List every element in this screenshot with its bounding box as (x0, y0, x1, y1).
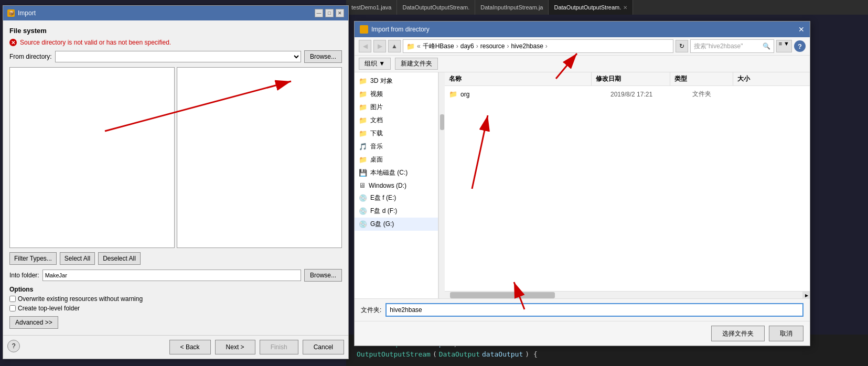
browse-button-2[interactable]: Browse... (304, 269, 342, 282)
drive-icon: 💿 (359, 207, 367, 215)
nav-item-label: G盘 (G:) (370, 220, 394, 229)
col-modified: 修改日期 (592, 72, 670, 85)
view-mode-button[interactable]: ≡ ▼ (776, 40, 792, 52)
nav-back-button[interactable]: ◀ (359, 40, 371, 52)
overwrite-checkbox-row[interactable]: Overwrite existing resources without war… (9, 295, 342, 303)
nav-item-e[interactable]: 💿 E盘 f (E:) (355, 191, 438, 204)
code-punc-3: ) { (525, 349, 537, 360)
left-nav: 📁 3D 对象 📁 视频 📁 图片 📁 文档 📁 下载 🎵 音乐 (355, 72, 438, 298)
nav-item-f[interactable]: 💿 F盘 d (F:) (355, 204, 438, 218)
nav-item-docs[interactable]: 📁 文档 (355, 114, 438, 127)
maximize-button[interactable]: □ (325, 9, 334, 17)
minimize-button[interactable]: — (315, 9, 323, 17)
from-dir-row: From directory: Browse... (9, 50, 342, 63)
tab-label: DataOutputOutputStream. (402, 4, 469, 10)
file-row-org[interactable]: 📁 org 2019/8/2 17:21 文件夹 (445, 88, 810, 100)
cancel-button[interactable]: Cancel (303, 340, 344, 354)
advanced-button[interactable]: Advanced >> (9, 316, 58, 329)
breadcrumb-part-0[interactable]: 千峰HBase (423, 42, 454, 51)
from-dir-input[interactable] (55, 51, 301, 62)
help-circle-button[interactable]: ? (794, 40, 806, 52)
create-folder-checkbox-row[interactable]: Create top-level folder (9, 305, 342, 312)
new-folder-button[interactable]: 新建文件夹 (395, 58, 438, 70)
tab-datainput[interactable]: DataInputInputStream.ja (475, 0, 549, 15)
dialog-footer: ? < Back Next > Finish Cancel (3, 335, 348, 359)
ifd-titlebar: Import from directory ✕ (355, 21, 810, 37)
browse-button-1[interactable]: Browse... (304, 50, 342, 63)
overwrite-checkbox[interactable] (9, 296, 16, 302)
nav-item-music[interactable]: 🎵 音乐 (355, 140, 438, 153)
nav-item-label: 本地磁盘 (C:) (370, 168, 408, 177)
breadcrumb-part-3[interactable]: hive2hbase (511, 42, 543, 50)
ifd-icon (360, 25, 368, 34)
tab-dataoutput2[interactable]: DataOutputOutputStream. ✕ (549, 0, 633, 15)
breadcrumb-arrow-1: › (456, 42, 458, 50)
next-button[interactable]: Next > (215, 340, 255, 354)
into-folder-input[interactable] (42, 270, 301, 281)
col-type: 类型 (670, 72, 733, 85)
back-button[interactable]: < Back (169, 340, 211, 354)
breadcrumb-arrow-3: › (507, 42, 509, 50)
import-dialog-titlebar: 📦 Import — □ ✕ (3, 6, 348, 20)
code-type-2: OutputOutputStream (357, 349, 431, 360)
into-folder-label: Into folder: (9, 272, 39, 279)
nav-item-g[interactable]: 💿 G盘 (G:) (355, 218, 438, 231)
drive-icon: 💿 (359, 194, 367, 202)
drive-icon: 🖥 (359, 181, 366, 189)
nav-item-downloads[interactable]: 📁 下载 (355, 127, 438, 140)
tab-close-icon[interactable]: ✕ (623, 5, 627, 10)
breadcrumb-sep-0: « (417, 42, 421, 50)
nav-item-label: 音乐 (370, 142, 383, 151)
breadcrumb-arrow-4: › (545, 42, 548, 50)
folder-icon: 📁 (359, 90, 367, 98)
file-folder-icon: 📁 (449, 90, 457, 98)
import-from-dir-dialog: Import from directory ✕ ◀ ▶ ▲ 📁 « 千峰HBas… (354, 21, 810, 346)
dialog-title: Import (18, 9, 36, 17)
breadcrumb-part-2[interactable]: resource (480, 42, 505, 50)
filename-input[interactable] (385, 303, 803, 317)
right-panel (177, 67, 342, 248)
select-all-button[interactable]: Select All (60, 252, 95, 265)
options-title: Options (9, 286, 342, 293)
breadcrumb-part-1[interactable]: day6 (460, 42, 474, 50)
select-folder-button[interactable]: 选择文件夹 (711, 326, 765, 341)
help-button[interactable]: ? (7, 340, 20, 352)
section-title: File system (9, 27, 342, 35)
finish-button[interactable]: Finish (260, 340, 298, 354)
nav-item-3d[interactable]: 📁 3D 对象 (355, 74, 438, 88)
into-folder-row: Into folder: Browse... (9, 269, 342, 282)
h-scrollbar[interactable]: ▶ (445, 291, 810, 298)
ifd-cancel-button[interactable]: 取消 (769, 326, 803, 341)
nav-item-d[interactable]: 🖥 Windows (D:) (355, 179, 438, 191)
nav-item-c[interactable]: 💾 本地磁盘 (C:) (355, 166, 438, 179)
nav-forward-button[interactable]: ▶ (373, 40, 386, 52)
search-bar[interactable]: 搜索"hive2hbase" 🔍 (690, 39, 774, 53)
h-scroll-right-btn[interactable]: ▶ (802, 292, 810, 298)
organize-button[interactable]: 组织 ▼ (359, 58, 391, 70)
filter-types-button[interactable]: Filter Types... (9, 252, 57, 265)
nav-refresh-button[interactable]: ↻ (676, 40, 688, 52)
deselect-all-button[interactable]: Deselect All (98, 252, 141, 265)
nav-up-button[interactable]: ▲ (388, 40, 401, 52)
tab-dataoutput1[interactable]: DataOutputOutputStream. (397, 0, 475, 15)
nav-item-video[interactable]: 📁 视频 (355, 88, 438, 101)
create-folder-checkbox[interactable] (9, 305, 16, 311)
nav-item-pictures[interactable]: 📁 图片 (355, 101, 438, 114)
file-modified: 2019/8/2 17:21 (610, 91, 689, 98)
nav-item-desktop[interactable]: 📁 桌面 (355, 153, 438, 166)
panels-row (9, 67, 342, 248)
close-button[interactable]: ✕ (336, 9, 344, 17)
nav-item-label: E盘 f (E:) (370, 193, 396, 202)
left-nav-scrollbar[interactable] (438, 72, 445, 298)
nav-item-label: 下载 (370, 129, 383, 138)
folder-icon: 📁 (359, 156, 367, 164)
folder-icon: 📁 (359, 116, 367, 124)
tab-testdemo[interactable]: testDemo1.java (346, 0, 397, 15)
h-scroll-thumb[interactable] (450, 292, 555, 298)
ifd-title: Import from directory (371, 26, 430, 33)
file-name: org (460, 91, 607, 98)
nav-item-label: 文档 (370, 116, 383, 125)
ifd-close-button[interactable]: ✕ (798, 25, 805, 34)
ifd-titlebar-left: Import from directory (360, 25, 430, 34)
nav-item-label: 3D 对象 (370, 77, 393, 85)
